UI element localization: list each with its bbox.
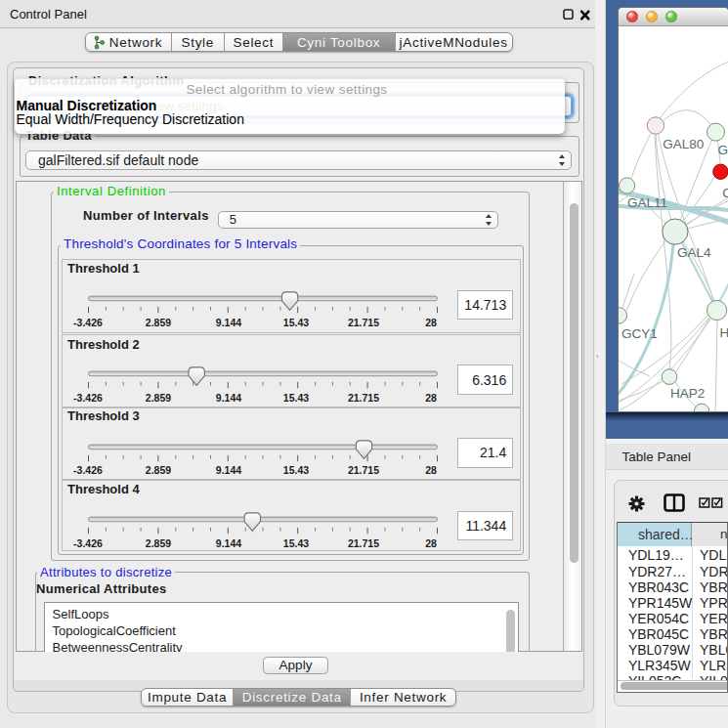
svg-text:C: C [722,185,728,199]
svg-text:GCY1: GCY1 [621,326,658,341]
svg-text:HAP2: HAP2 [670,386,705,401]
svg-text:GAL4: GAL4 [676,245,710,260]
svg-text:GAL11: GAL11 [627,195,667,210]
svg-text:GAL80: GAL80 [663,137,704,151]
svg-text:GA: GA [717,143,728,157]
svg-text:H: H [719,324,728,339]
